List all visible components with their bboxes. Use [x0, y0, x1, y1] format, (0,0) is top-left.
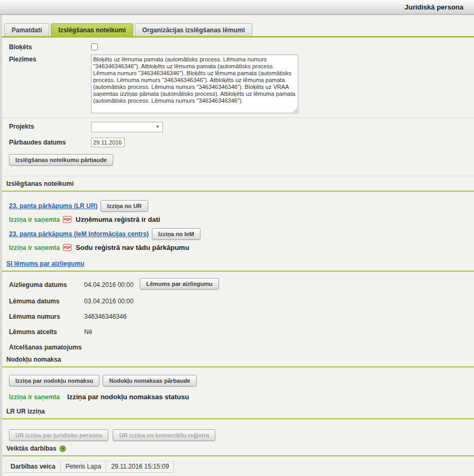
- izzina-par-nodoklu-nomaksu-button[interactable]: Izziņa par nodokļu nomaksu: [9, 375, 99, 387]
- exclusion-result: Uzņēmuma reģistrā ir dati: [76, 215, 160, 223]
- status-izzina-sanemta: Izziņa ir saņemta: [9, 393, 60, 401]
- izzina-no-ur-button[interactable]: Izziņa no UR: [101, 200, 148, 212]
- projekts-select[interactable]: ▼: [91, 122, 163, 132]
- parkapums-lr-ur-link[interactable]: 23. panta pārkāpums (LR UR): [9, 202, 97, 210]
- tab-bar: Pamatdati Izslēgšanas noteikumi Organizā…: [2, 15, 474, 38]
- projekts-row: Projekts ▼: [2, 122, 474, 132]
- divider: [2, 176, 474, 176]
- page-title: Juridiskā persona: [405, 3, 463, 11]
- projekts-label: Projekts: [9, 122, 91, 130]
- lemuma-datums-label: Lēmuma datums: [9, 297, 84, 305]
- pdf-icon[interactable]: PDF: [63, 216, 71, 223]
- section-title-izslegsanas-noteikumi: Izslēgšanas noteikumi: [2, 180, 474, 187]
- action-log-timestamp: 29.11.2016 15:15:09: [106, 461, 174, 473]
- piezimes-row: Piezīmes Bloķēts uz lēmuma pamata (autom…: [2, 55, 474, 113]
- si-lemums-link[interactable]: SI lēmums par aizliegumu: [6, 260, 84, 267]
- atcelsanas-pamatojums-row: Atcelšanas pamatojums: [2, 343, 474, 351]
- main-content: Pamatdati Izslēgšanas noteikumi Organizā…: [0, 15, 474, 476]
- lemums-atcelts-value: Nē: [84, 327, 92, 336]
- aizlieguma-datums-label: Aizlieguma datums: [9, 280, 84, 289]
- parkapums-iem-link[interactable]: 23. panta pārkāpums (IeM Informācijas ce…: [9, 230, 149, 238]
- section-divider-green: [2, 455, 474, 456]
- section-title-veiktas-darbibas: Veiktās darbības: [2, 445, 474, 452]
- exclusion-result: Sodu reģistrā nav tādu pārkāpumu: [76, 244, 189, 252]
- piezimes-label: Piezīmes: [9, 55, 91, 63]
- action-log-label: Darbības veica: [5, 461, 61, 473]
- parbaudes-datums-label: Pārbaudes datums: [9, 138, 91, 146]
- section-divider-green: [2, 418, 474, 419]
- lemuma-datums-row: Lēmuma datums 03.04.2016 00:00: [2, 297, 474, 305]
- aizlieguma-datums-row: Aizlieguma datums 04.04.2016 00:00 Lēmum…: [2, 280, 474, 290]
- lemums-par-aizliegumu-button[interactable]: Lēmums par aizliegumu: [140, 278, 218, 290]
- exclusion-status-row: Izziņa ir saņemta PDF Sodu reģistrā nav …: [2, 244, 474, 252]
- status-izzina-sanemta: Izziņa ir saņemta: [9, 216, 60, 223]
- exclusion-status-row: Izziņa ir saņemta PDF Uzņēmuma reģistrā …: [2, 215, 474, 223]
- clock-icon: [59, 445, 66, 452]
- chevron-down-icon: ▼: [156, 125, 160, 129]
- tab-izslegsanas-noteikumi[interactable]: Izslēgšanas noteikumi: [51, 23, 133, 36]
- atcelsanas-pamatojums-label: Atcelšanas pamatojums: [9, 343, 84, 351]
- lemuma-numurs-row: Lēmuma numurs 346346346346: [2, 312, 474, 320]
- piezimes-textarea[interactable]: Bloķēts uz lēmuma pamata (automātisks pr…: [91, 55, 298, 113]
- ur-izzina-juridisko-personu-button[interactable]: UR izziņa par juridisko personu: [9, 429, 108, 441]
- action-log-person: Peteris Lapa: [61, 461, 106, 473]
- section-title-lr-ur-izzina: LR UR izziņa: [2, 408, 474, 415]
- blokets-label: Bloķēts: [9, 42, 91, 51]
- lemuma-numurs-label: Lēmuma numurs: [9, 312, 84, 320]
- nodoklu-nomaksas-parbaude-button[interactable]: Nodokļu nomaksas pārbaude: [103, 375, 196, 387]
- section-divider-green: [2, 191, 474, 192]
- exclusion-item-row: 23. panta pārkāpums (IeM Informācijas ce…: [2, 228, 474, 240]
- parbaudes-datums-input[interactable]: [91, 138, 125, 147]
- blokets-row: Bloķēts: [2, 42, 474, 51]
- tab-pamatdati[interactable]: Pamatdati: [4, 23, 49, 36]
- tab-organizacijas-izslegsanas-lemumi[interactable]: Organizācijas izslēgšanas lēmumi: [135, 23, 252, 36]
- izslegsanas-parbaude-button[interactable]: Izslēgšanas noteikumu pārbaude: [9, 154, 113, 166]
- exclusion-item-row: 23. panta pārkāpums (LR UR) Izziņa no UR: [2, 200, 474, 212]
- blokets-checkbox[interactable]: [91, 43, 98, 50]
- taxes-status-row: Izziņa ir saņemta Izziņa par nodokļu nom…: [2, 393, 474, 401]
- action-log-row: Darbības veica Peteris Lapa 29.11.2016 1…: [5, 461, 474, 473]
- section-divider-green: [2, 366, 474, 367]
- divider: [2, 118, 474, 118]
- lemuma-datums-value: 03.04.2016 00:00: [84, 297, 133, 305]
- izzina-no-iem-button[interactable]: Izziņa no IeM: [152, 228, 200, 240]
- section-title-nodoklu-nomaksa: Nodokļu nomaksa: [2, 356, 474, 363]
- parbaudes-datums-row: Pārbaudes datums: [2, 138, 474, 147]
- lemums-atcelts-label: Lēmums atcelts: [9, 327, 84, 336]
- pdf-icon[interactable]: PDF: [63, 244, 71, 251]
- lemuma-numurs-value: 346346346346: [84, 312, 126, 320]
- window-header: Juridiskā persona: [0, 0, 474, 15]
- veiktas-darbibas-label: Veiktās darbības: [6, 445, 57, 452]
- lemums-atcelts-row: Lēmums atcelts Nē: [2, 327, 474, 336]
- status-izzina-sanemta: Izziņa ir saņemta: [9, 244, 60, 252]
- ur-izzina-komerckilu-registra-button[interactable]: UR izziņa no komercķīlu reģistra: [113, 429, 215, 441]
- section-divider-green: [2, 271, 474, 272]
- taxes-result: Izziņa par nodokļu nomaksas statusu: [67, 393, 189, 401]
- aizlieguma-datums-value: 04.04.2016 00:00: [84, 280, 133, 289]
